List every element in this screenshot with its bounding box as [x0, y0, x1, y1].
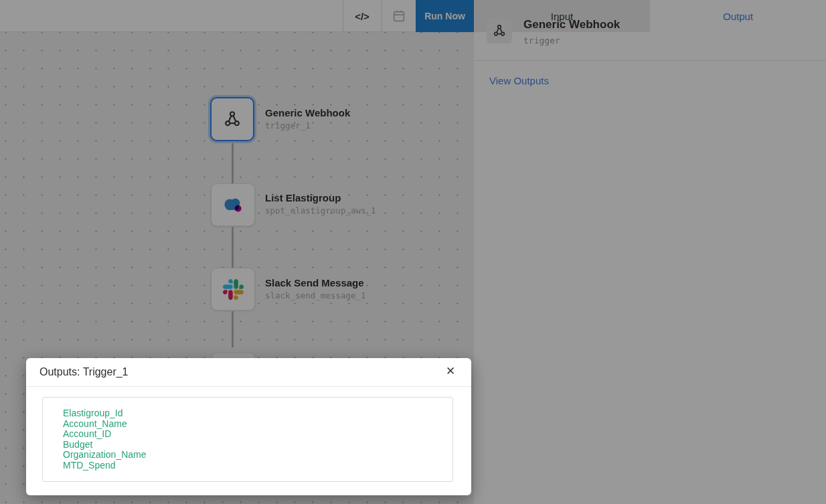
output-item[interactable]: Account_ID — [63, 429, 446, 440]
modal-body: Elastigroup_Id Account_Name Account_ID B… — [26, 387, 471, 482]
outputs-modal: Outputs: Trigger_1 ✕ Elastigroup_Id Acco… — [26, 358, 471, 495]
output-item[interactable]: Organization_Name — [63, 450, 446, 460]
workflow-editor: </> Run Now — [0, 0, 826, 504]
modal-title: Outputs: Trigger_1 — [39, 366, 129, 378]
outputs-list: Elastigroup_Id Account_Name Account_ID B… — [42, 397, 453, 482]
output-item[interactable]: Budget — [63, 440, 446, 450]
close-icon: ✕ — [446, 364, 455, 378]
modal-close-button[interactable]: ✕ — [442, 362, 459, 380]
modal-header: Outputs: Trigger_1 ✕ — [26, 358, 471, 387]
output-item[interactable]: Elastigroup_Id — [63, 408, 446, 419]
output-item[interactable]: MTD_Spend — [63, 460, 446, 471]
output-item[interactable]: Account_Name — [63, 419, 446, 430]
